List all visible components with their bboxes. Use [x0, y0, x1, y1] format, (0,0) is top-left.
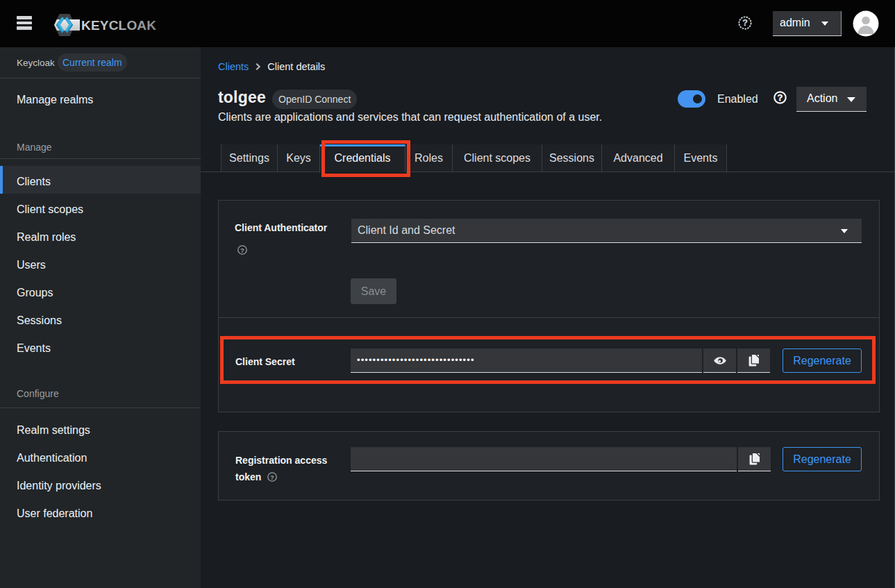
svg-text:?: ?: [270, 473, 274, 481]
svg-text:?: ?: [240, 246, 244, 254]
svg-text:?: ?: [778, 92, 783, 103]
svg-text:KEYCLOAK: KEYCLOAK: [81, 18, 156, 33]
svg-text:?: ?: [742, 18, 748, 28]
